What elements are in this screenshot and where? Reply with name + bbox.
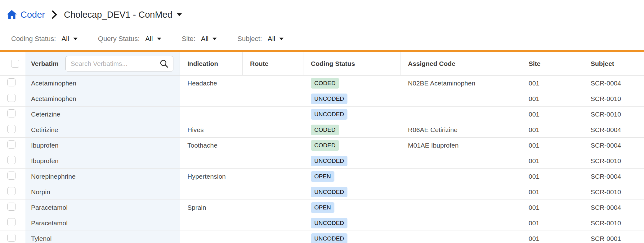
subject-cell: SCR-0010 [583,95,644,103]
table-row: Paracetamol UNCODED 001 SCR-0010 [0,215,644,231]
verbatim-cell: Ibuprofen [25,153,180,168]
row-checkbox[interactable] [7,94,16,102]
caret-down-icon [279,38,284,40]
table-header-row: Verbatim Indication Route Coding Status … [0,52,644,76]
assigned-code-cell: R06AE Cetirizine [400,126,521,134]
filter-subject[interactable]: Subject: All [237,35,284,43]
row-checkbox[interactable] [7,109,16,117]
filter-coding-status[interactable]: Coding Status: All [11,35,78,43]
site-cell: 001 [521,219,583,227]
site-cell: 001 [521,157,583,165]
verbatim-search-input[interactable] [71,60,159,67]
coding-status-cell: OPEN [303,202,400,213]
row-checkbox[interactable] [7,172,16,180]
status-badge: UNCODED [311,156,347,166]
site-cell: 001 [521,188,583,196]
row-checkbox-cell [0,156,25,166]
coding-status-cell: CODED [303,125,400,135]
verbatim-search-box[interactable] [65,56,173,71]
row-checkbox-cell [0,203,25,212]
site-cell: 001 [521,173,583,180]
filter-query-status-value[interactable]: All [145,35,161,43]
status-badge: CODED [311,78,339,89]
subject-cell: SCR-0004 [583,204,644,211]
select-all-cell [0,52,25,75]
indication-cell: Sprain [180,204,243,211]
row-checkbox[interactable] [7,78,16,86]
coding-status-cell: CODED [303,140,400,151]
row-checkbox-cell [0,94,25,103]
status-badge: UNCODED [311,109,347,120]
site-cell: 001 [521,235,583,242]
filter-coding-status-value[interactable]: All [61,35,77,43]
status-badge: UNCODED [311,187,347,197]
row-checkbox[interactable] [7,203,16,211]
assigned-code-cell: M01AE Ibuprofen [400,142,521,149]
verbatim-cell: Cetirizine [25,122,180,137]
row-checkbox[interactable] [7,218,16,226]
filter-query-status[interactable]: Query Status: All [98,35,161,43]
site-cell: 001 [521,204,583,211]
filter-site[interactable]: Site: All [182,35,217,43]
indication-cell: Hives [180,126,243,134]
indication-cell: Toothache [180,142,243,149]
verbatim-cell: Norpin [25,184,180,199]
row-checkbox[interactable] [7,187,16,195]
verbatim-cell: Ibuprofen [25,138,180,153]
column-header-verbatim: Verbatim [25,52,180,75]
column-header-route: Route [243,52,303,75]
verbatim-table: Verbatim Indication Route Coding Status … [0,52,644,243]
assigned-code-cell: N02BE Acetaminophen [400,80,521,87]
site-cell: 001 [521,111,583,118]
coding-status-cell: CODED [303,78,400,89]
status-badge: CODED [311,140,339,151]
row-checkbox-cell [0,109,25,119]
breadcrumb: Coder Cholecap_DEV1 - ConMed [0,0,644,21]
table-row: Acetaminophen UNCODED 001 SCR-0010 [0,91,644,107]
status-badge: OPEN [311,171,334,182]
verbatim-cell: Ceterizine [25,107,180,122]
subject-cell: SCR-0010 [583,157,644,165]
subject-cell: SCR-0004 [583,126,644,134]
subject-cell: SCR-0001 [583,235,644,242]
coding-status-cell: UNCODED [303,187,400,197]
coding-status-cell: UNCODED [303,218,400,228]
indication-cell: Hypertension [180,173,243,180]
row-checkbox[interactable] [7,125,16,133]
column-header-site: Site [521,52,583,75]
table-row: Ibuprofen Toothache CODED M01AE Ibuprofe… [0,138,644,153]
column-header-assigned-code: Assigned Code [400,52,521,75]
filter-subject-value[interactable]: All [268,35,284,43]
status-badge: UNCODED [311,218,347,228]
table-row: Paracetamol Sprain OPEN 001 SCR-0004 [0,200,644,215]
table-row: Ceterizine UNCODED 001 SCR-0010 [0,107,644,122]
subject-cell: SCR-0004 [583,173,644,180]
row-checkbox[interactable] [7,234,16,242]
study-selector[interactable]: Cholecap_DEV1 - ConMed [64,10,182,20]
row-checkbox[interactable] [7,140,16,149]
row-checkbox-cell [0,125,25,135]
table-row: Norpin UNCODED 001 SCR-0010 [0,184,644,200]
verbatim-cell: Paracetamol [25,200,180,215]
select-all-checkbox[interactable] [11,60,19,68]
row-checkbox-cell [0,234,25,243]
breadcrumb-coder-link[interactable]: Coder [20,10,45,20]
verbatim-cell: Acetaminophen [25,76,180,91]
row-checkbox-cell [0,78,25,88]
coding-status-cell: UNCODED [303,109,400,120]
search-icon[interactable] [159,59,169,68]
table-row: Norepinephrine Hypertension OPEN 001 SCR… [0,169,644,184]
verbatim-cell: Acetaminophen [25,91,180,106]
subject-cell: SCR-0010 [583,188,644,196]
row-checkbox[interactable] [7,156,16,164]
status-badge: UNCODED [311,233,347,243]
site-cell: 001 [521,142,583,149]
home-icon[interactable] [7,10,17,19]
column-header-indication: Indication [180,52,243,75]
study-selector-label: Cholecap_DEV1 - ConMed [64,10,172,20]
filter-query-status-label: Query Status: [98,35,140,43]
coding-status-cell: UNCODED [303,156,400,166]
filter-site-value[interactable]: All [201,35,217,43]
table-row: Cetirizine Hives CODED R06AE Cetirizine … [0,122,644,138]
table-row: Acetaminophen Headache CODED N02BE Aceta… [0,76,644,91]
